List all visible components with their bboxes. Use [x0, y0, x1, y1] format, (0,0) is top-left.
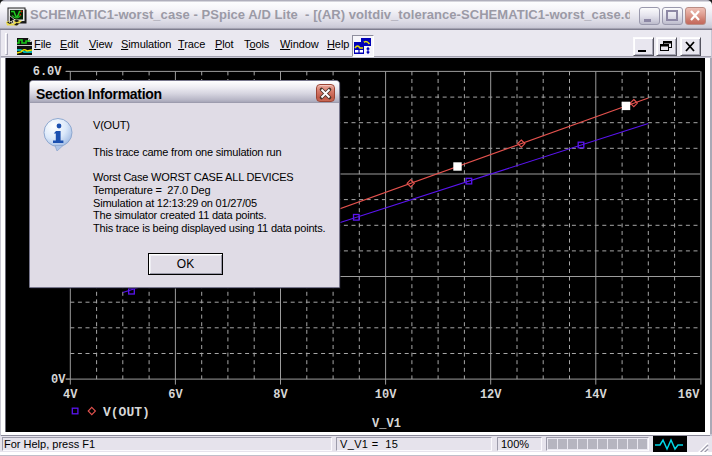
svg-text:12V: 12V	[480, 388, 502, 402]
svg-text:14V: 14V	[585, 388, 607, 402]
svg-text:4V: 4V	[63, 388, 78, 402]
svg-text:10V: 10V	[375, 388, 397, 402]
svg-text:0V: 0V	[51, 373, 66, 387]
svg-text:6V: 6V	[168, 388, 183, 402]
svg-text:V(OUT): V(OUT)	[103, 405, 150, 420]
svg-text:6.0V: 6.0V	[33, 65, 63, 79]
svg-text:16V: 16V	[678, 388, 700, 402]
svg-text:8V: 8V	[273, 388, 288, 402]
svg-text:V_V1: V_V1	[372, 417, 401, 431]
